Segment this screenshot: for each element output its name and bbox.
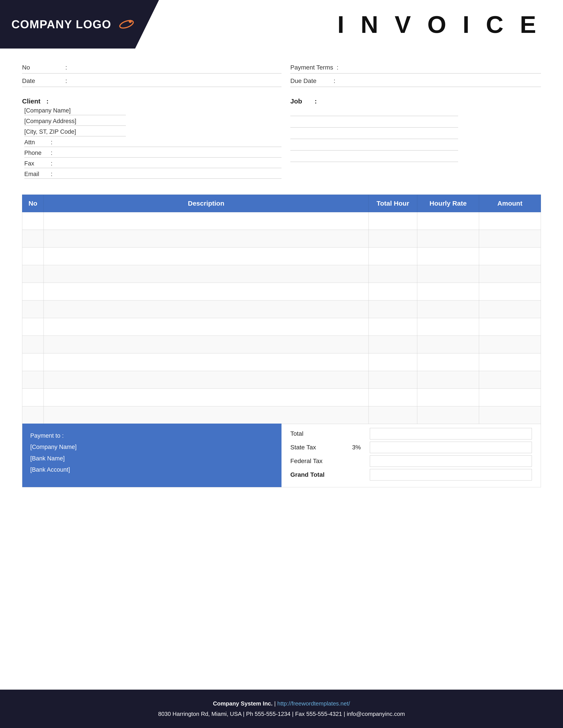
due-date-value (339, 78, 541, 84)
cell-hourly_rate-8 (417, 353, 479, 371)
invoice-table-section: No Description Total Hour Hourly Rate Am… (22, 195, 541, 424)
cell-amount-8 (479, 353, 541, 371)
cell-total_hour-5 (369, 300, 417, 318)
cell-hourly_rate-1 (417, 230, 479, 248)
logo-orbit-icon (114, 18, 134, 30)
state-tax-pct: 3% (352, 444, 366, 451)
cell-hourly_rate-6 (417, 318, 479, 336)
cell-amount-11 (479, 406, 541, 424)
invoice-table: No Description Total Hour Hourly Rate Am… (22, 195, 541, 424)
client-section: Client : [Company Name] [Company Address… (22, 98, 282, 181)
cell-hourly_rate-10 (417, 389, 479, 406)
client-fields: [Company Name] [Company Address] [City, … (24, 107, 282, 179)
cell-description-8 (44, 353, 369, 371)
cell-no-10 (22, 389, 44, 406)
cell-total_hour-6 (369, 318, 417, 336)
date-field: Date : (22, 75, 282, 87)
table-row (22, 265, 541, 283)
federal-tax-label: Federal Tax (290, 458, 348, 465)
client-label: Client (22, 98, 44, 105)
job-line-3 (290, 130, 458, 139)
col-total-hour-header: Total Hour (369, 195, 417, 212)
grand-total-value (370, 469, 532, 480)
table-row (22, 353, 541, 371)
company-logo: COMPANY LOGO (11, 18, 134, 31)
cell-hourly_rate-3 (417, 265, 479, 283)
email-label: Email (24, 171, 51, 178)
meta-left: No : Date : (22, 62, 282, 89)
payment-terms-colon: : (337, 64, 339, 71)
cell-total_hour-7 (369, 336, 417, 353)
cell-total_hour-11 (369, 406, 417, 424)
cell-no-4 (22, 283, 44, 300)
cell-amount-7 (479, 336, 541, 353)
footer-separator: | (274, 700, 277, 707)
cell-description-0 (44, 212, 369, 230)
cell-no-11 (22, 406, 44, 424)
state-tax-value (370, 442, 532, 453)
attn-field: Attn : (24, 139, 282, 147)
cell-hourly_rate-2 (417, 248, 479, 265)
page-footer: Company System Inc. | http://freewordtem… (0, 690, 563, 728)
grand-total-row: Grand Total (290, 469, 532, 480)
client-colon: : (46, 98, 49, 105)
phone-value (55, 150, 282, 156)
no-colon: : (65, 64, 67, 71)
cell-description-1 (44, 230, 369, 248)
date-value (71, 78, 282, 84)
company-address-value: [Company Address] (24, 118, 126, 126)
no-label: No (22, 64, 62, 71)
cell-description-5 (44, 300, 369, 318)
client-header: Client : (22, 98, 282, 105)
table-row (22, 389, 541, 406)
table-header: No Description Total Hour Hourly Rate Am… (22, 195, 541, 212)
table-row (22, 212, 541, 230)
job-lines (290, 107, 541, 162)
footer-website[interactable]: http://freewordtemplates.net/ (277, 700, 350, 707)
no-field: No : (22, 62, 282, 73)
payment-terms-field: Payment Terms : (290, 62, 541, 73)
date-label: Date (22, 77, 62, 84)
col-hourly-rate-header: Hourly Rate (417, 195, 479, 212)
phone-colon: : (51, 150, 53, 156)
job-header: Job : (290, 98, 541, 105)
cell-amount-2 (479, 248, 541, 265)
cell-description-4 (44, 283, 369, 300)
footer-line-2: 8030 Harrington Rd, Miami, USA | Ph 555-… (0, 709, 563, 719)
cell-total_hour-9 (369, 371, 417, 389)
city-zip-value: [City, ST, ZIP Code] (24, 128, 126, 136)
col-description-header: Description (44, 195, 369, 212)
due-date-field: Due Date : (290, 75, 541, 87)
table-body (22, 212, 541, 424)
cell-amount-4 (479, 283, 541, 300)
fax-colon: : (51, 160, 53, 167)
total-label: Total (290, 430, 348, 437)
cell-no-0 (22, 212, 44, 230)
cell-no-3 (22, 265, 44, 283)
cell-description-7 (44, 336, 369, 353)
cell-amount-9 (479, 371, 541, 389)
cell-total_hour-10 (369, 389, 417, 406)
cell-hourly_rate-0 (417, 212, 479, 230)
cell-no-5 (22, 300, 44, 318)
cell-no-2 (22, 248, 44, 265)
svg-point-0 (119, 19, 134, 30)
payment-terms-value (342, 64, 541, 71)
cell-hourly_rate-5 (417, 300, 479, 318)
table-row (22, 300, 541, 318)
meta-row: No : Date : Payment Terms : Due Date : (22, 62, 541, 89)
table-row (22, 336, 541, 353)
cell-description-9 (44, 371, 369, 389)
cell-description-2 (44, 248, 369, 265)
cell-description-6 (44, 318, 369, 336)
cell-hourly_rate-4 (417, 283, 479, 300)
cell-no-8 (22, 353, 44, 371)
phone-field: Phone : (24, 150, 282, 158)
cell-hourly_rate-11 (417, 406, 479, 424)
federal-tax-row: Federal Tax (290, 455, 532, 467)
cell-description-3 (44, 265, 369, 283)
email-colon: : (51, 171, 53, 178)
invoice-title: I N V O I C E (337, 10, 541, 38)
cell-amount-0 (479, 212, 541, 230)
table-row (22, 318, 541, 336)
